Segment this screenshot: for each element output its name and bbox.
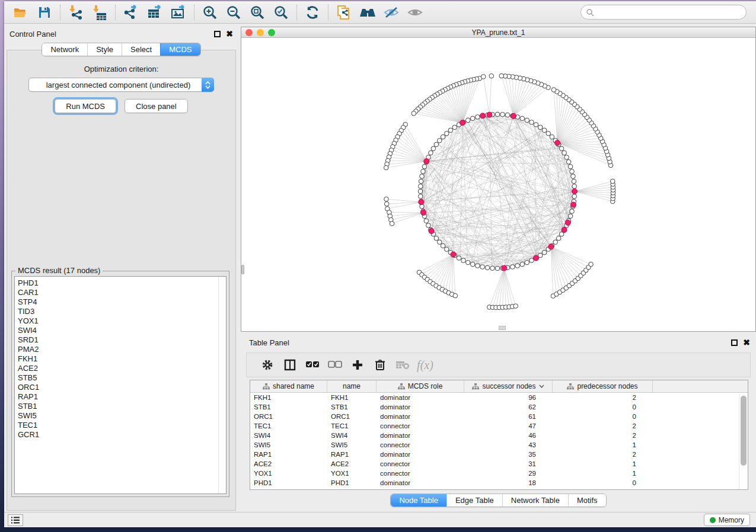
column-header-shared-name[interactable]: shared name xyxy=(250,380,327,392)
mcds-result-item[interactable]: SWI4 xyxy=(18,326,226,335)
network-leaf-node[interactable] xyxy=(481,75,486,79)
network-node[interactable] xyxy=(422,164,427,169)
network-node[interactable] xyxy=(559,146,564,151)
zoom-in-icon[interactable] xyxy=(198,3,222,22)
search-box[interactable] xyxy=(580,5,747,20)
mcds-dominator-node[interactable] xyxy=(572,189,578,194)
network-node[interactable] xyxy=(461,258,466,263)
hide-selected-eye-icon[interactable] xyxy=(379,3,403,22)
mcds-dominator-node[interactable] xyxy=(419,200,424,205)
mcds-dominator-node[interactable] xyxy=(460,120,465,126)
tab-mcds[interactable]: MCDS xyxy=(160,43,200,56)
network-node[interactable] xyxy=(500,112,505,117)
mcds-dominator-node[interactable] xyxy=(487,112,492,117)
mcds-result-item[interactable]: SWI5 xyxy=(18,411,226,421)
network-node[interactable] xyxy=(515,264,520,268)
table-scrollbar[interactable] xyxy=(739,393,748,489)
network-node[interactable] xyxy=(465,260,470,265)
network-node[interactable] xyxy=(570,209,575,214)
network-node[interactable] xyxy=(424,219,429,223)
mcds-dominator-node[interactable] xyxy=(424,159,429,164)
network-node[interactable] xyxy=(495,112,500,117)
network-leaf-node[interactable] xyxy=(513,304,518,309)
mcds-result-item[interactable]: STB1 xyxy=(18,402,226,411)
column-header-predecessor-nodes[interactable]: predecessor nodes xyxy=(553,380,653,392)
network-leaf-node[interactable] xyxy=(551,88,556,92)
mcds-dominator-node[interactable] xyxy=(429,228,434,233)
memory-button[interactable]: Memory xyxy=(704,514,750,526)
open-folder-icon[interactable] xyxy=(9,3,33,22)
tab-network-table[interactable]: Network Table xyxy=(502,494,568,507)
mcds-dominator-node[interactable] xyxy=(548,244,554,249)
network-node[interactable] xyxy=(556,236,561,241)
mcds-dominator-node[interactable] xyxy=(565,220,570,225)
zoom-selected-icon[interactable] xyxy=(269,3,293,22)
network-node[interactable] xyxy=(568,214,573,219)
column-header-successor-nodes[interactable]: successor nodes xyxy=(464,380,553,392)
table-row[interactable]: FKH1FKH1dominator962 xyxy=(250,393,748,402)
deselect-all-icon[interactable] xyxy=(324,355,346,375)
run-mcds-button[interactable]: Run MCDS xyxy=(55,99,116,113)
import-network-icon[interactable] xyxy=(64,3,88,22)
tab-select[interactable]: Select xyxy=(122,43,160,56)
tab-edge-table[interactable]: Edge Table xyxy=(446,494,502,507)
network-node[interactable] xyxy=(444,247,449,252)
network-node[interactable] xyxy=(542,250,547,255)
network-node[interactable] xyxy=(470,116,475,121)
tab-motifs[interactable]: Motifs xyxy=(568,494,606,507)
mcds-result-list[interactable]: PHD1CAR1STP4TID3YOX1SWI4SRD1PMA2FKH1ACE2… xyxy=(14,276,227,494)
mcds-dominator-node[interactable] xyxy=(451,252,456,257)
close-panel-button[interactable]: Close panel xyxy=(125,99,188,113)
task-list-icon[interactable] xyxy=(8,514,23,526)
network-node[interactable] xyxy=(550,134,554,139)
table-scrollbar-thumb[interactable] xyxy=(741,396,747,466)
table-row[interactable]: YOX1YOX1connector291 xyxy=(250,469,748,478)
network-node[interactable] xyxy=(490,266,495,271)
mcds-dominator-node[interactable] xyxy=(421,210,426,215)
mcds-result-item[interactable]: GCR1 xyxy=(18,430,226,440)
network-node[interactable] xyxy=(553,240,558,245)
network-node[interactable] xyxy=(485,265,490,270)
mcds-result-item[interactable]: YOX1 xyxy=(18,316,226,326)
settings-gear-icon[interactable] xyxy=(256,355,279,375)
network-node[interactable] xyxy=(419,179,423,184)
table-row[interactable]: TEC1TEC1connector472 xyxy=(250,421,748,431)
network-node[interactable] xyxy=(444,131,449,136)
network-node[interactable] xyxy=(431,146,436,151)
mcds-result-item[interactable]: CAR1 xyxy=(18,288,226,297)
network-node[interactable] xyxy=(418,189,423,194)
network-node[interactable] xyxy=(480,265,485,270)
tab-network[interactable]: Network xyxy=(42,43,87,56)
add-row-icon[interactable] xyxy=(346,355,369,375)
network-node[interactable] xyxy=(420,174,425,179)
network-node[interactable] xyxy=(452,125,457,130)
network-node[interactable] xyxy=(470,262,475,267)
column-header-MCDS-role[interactable]: MCDS role xyxy=(377,380,464,392)
search-binoculars-icon[interactable] xyxy=(356,3,379,22)
network-node[interactable] xyxy=(441,134,445,139)
network-node[interactable] xyxy=(434,142,439,147)
network-node[interactable] xyxy=(534,123,538,127)
network-node[interactable] xyxy=(511,265,515,270)
network-leaf-node[interactable] xyxy=(453,293,458,298)
network-node[interactable] xyxy=(495,266,500,271)
network-node[interactable] xyxy=(476,264,480,268)
network-node[interactable] xyxy=(421,169,426,174)
mcds-result-item[interactable]: TEC1 xyxy=(18,421,226,430)
network-graph[interactable] xyxy=(241,38,755,331)
network-node[interactable] xyxy=(529,120,534,125)
table-row[interactable]: RAP1RAP1dominator352 xyxy=(250,450,748,459)
network-node[interactable] xyxy=(434,236,439,241)
network-node[interactable] xyxy=(457,256,461,261)
network-node[interactable] xyxy=(571,174,576,179)
show-all-eye-icon[interactable] xyxy=(403,3,427,22)
float-panel-icon[interactable] xyxy=(214,31,221,37)
network-node[interactable] xyxy=(538,125,543,130)
network-node[interactable] xyxy=(546,131,551,136)
network-window-titlebar[interactable]: YPA_prune.txt_1 xyxy=(241,27,755,38)
network-node[interactable] xyxy=(476,115,480,120)
network-canvas[interactable] xyxy=(241,38,755,331)
network-node[interactable] xyxy=(426,223,431,228)
mcds-result-item[interactable]: PHD1 xyxy=(18,278,226,288)
mcds-result-item[interactable]: STB5 xyxy=(18,373,226,383)
